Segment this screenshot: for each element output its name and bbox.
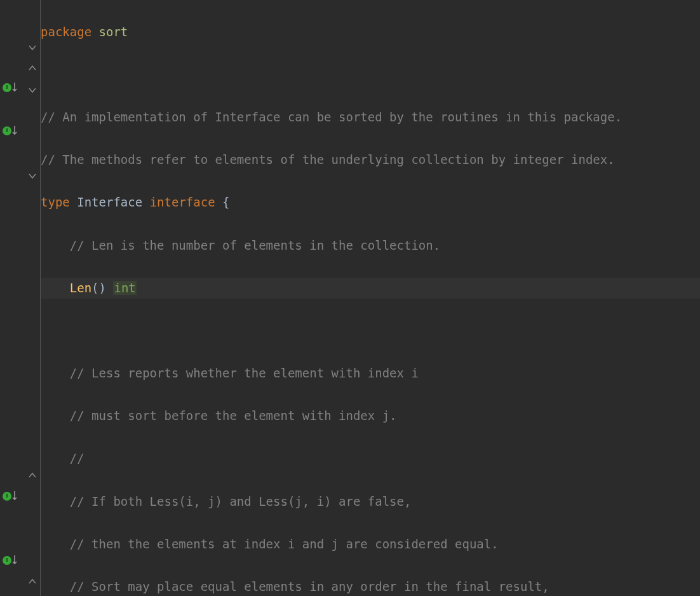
implements-icon: I — [3, 126, 11, 135]
arrow-down-icon — [11, 125, 18, 137]
comment: // then the elements at index i and j ar… — [70, 537, 499, 551]
implements-icon: I — [3, 492, 11, 501]
comment: // — [70, 451, 84, 465]
type-int: int — [113, 281, 136, 295]
comment: // must sort before the element with ind… — [70, 409, 397, 423]
fold-gutter — [25, 0, 41, 596]
fold-up-icon[interactable] — [28, 577, 37, 586]
implements-marker[interactable]: I — [3, 491, 18, 502]
package-name: sort — [99, 25, 128, 39]
comment: // The methods refer to elements of the … — [41, 152, 615, 166]
fold-down-icon[interactable] — [28, 172, 37, 180]
implements-marker[interactable]: I — [3, 125, 18, 137]
implements-icon: I — [3, 83, 11, 92]
implements-marker[interactable]: I — [3, 82, 18, 93]
comment: // Len is the number of elements in the … — [70, 238, 440, 252]
fold-up-icon[interactable] — [28, 64, 37, 72]
fold-up-icon[interactable] — [28, 471, 37, 480]
implements-icon: I — [3, 556, 11, 565]
open-brace: { — [222, 195, 229, 209]
paren: () — [91, 281, 106, 295]
arrow-down-icon — [11, 82, 18, 93]
keyword-package: package — [41, 25, 91, 39]
comment: // If both Less(i, j) and Less(j, i) are… — [70, 494, 412, 508]
comment: // An implementation of Interface can be… — [41, 110, 622, 124]
arrow-down-icon — [11, 491, 18, 502]
icon-gutter: I I I I — [0, 0, 25, 596]
implements-marker[interactable]: I — [3, 555, 18, 566]
arrow-down-icon — [11, 555, 18, 566]
keyword-interface: interface — [150, 195, 215, 209]
comment: // Less reports whether the element with… — [70, 366, 419, 380]
type-name: Interface — [77, 195, 142, 209]
comment: // Sort may place equal elements in any … — [70, 579, 549, 593]
fold-down-icon[interactable] — [28, 43, 37, 52]
code-body[interactable]: package sort // An implementation of Int… — [41, 0, 700, 596]
keyword-type: type — [41, 195, 70, 209]
code-editor: I I I I package sort // An implementatio… — [0, 0, 700, 596]
fold-down-icon[interactable] — [28, 86, 37, 95]
method-len: Len — [70, 281, 91, 295]
